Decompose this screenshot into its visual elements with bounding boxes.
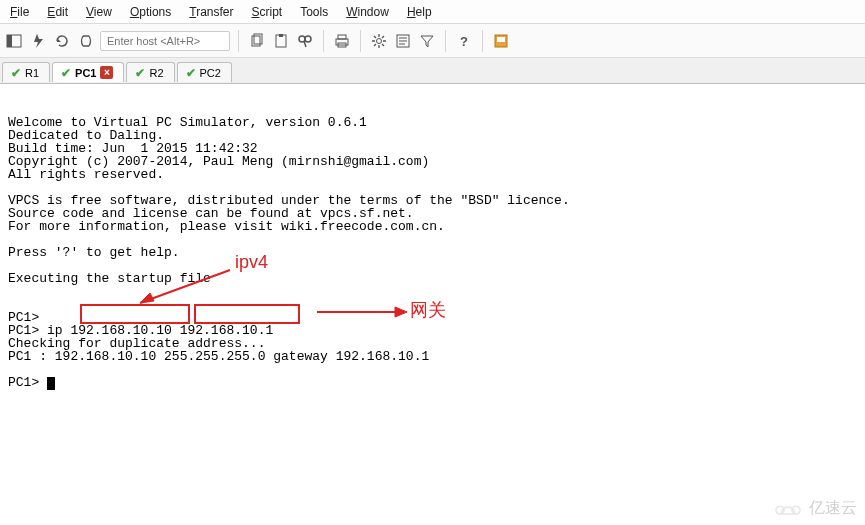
toolbar-separator — [482, 30, 483, 52]
menu-script[interactable]: Script — [252, 5, 283, 19]
check-icon: ✔ — [11, 66, 21, 80]
app-icon[interactable] — [491, 31, 511, 51]
paste-icon[interactable] — [271, 31, 291, 51]
tab-label: R1 — [25, 67, 39, 79]
terminal-line: Press '?' to get help. — [8, 245, 180, 260]
copy-icon[interactable] — [247, 31, 267, 51]
check-icon: ✔ — [135, 66, 145, 80]
svg-text:?: ? — [460, 34, 468, 49]
menu-view[interactable]: View — [86, 5, 112, 19]
svg-marker-21 — [140, 293, 154, 303]
tab-label: PC2 — [200, 67, 221, 79]
print-icon[interactable] — [332, 31, 352, 51]
host-input[interactable] — [100, 31, 230, 51]
settings-icon[interactable] — [369, 31, 389, 51]
svg-rect-1 — [7, 35, 12, 47]
svg-rect-19 — [497, 37, 505, 42]
tab-bar: ✔ R1 ✔ PC1 × ✔ R2 ✔ PC2 — [0, 58, 865, 84]
toolbar: ? — [0, 24, 865, 58]
terminal-prompt: PC1> — [8, 375, 47, 390]
menu-file[interactable]: File — [10, 5, 29, 19]
menu-bar: File Edit View Options Transfer Script T… — [0, 0, 865, 24]
cursor — [47, 377, 55, 390]
terminal[interactable]: Welcome to Virtual PC Simulator, version… — [0, 84, 865, 396]
disconnect-icon[interactable] — [76, 31, 96, 51]
panel-toggle-icon[interactable] — [4, 31, 24, 51]
tab-r1[interactable]: ✔ R1 — [2, 62, 50, 82]
tab-pc1[interactable]: ✔ PC1 × — [52, 62, 124, 82]
svg-rect-5 — [279, 34, 283, 37]
menu-help[interactable]: Help — [407, 5, 432, 19]
quick-connect-icon[interactable] — [28, 31, 48, 51]
properties-icon[interactable] — [393, 31, 413, 51]
toolbar-separator — [445, 30, 446, 52]
menu-edit[interactable]: Edit — [47, 5, 68, 19]
annotation-arrow-ipv4 — [130, 265, 240, 310]
toolbar-separator — [323, 30, 324, 52]
watermark-text: 亿速云 — [809, 498, 857, 519]
menu-transfer[interactable]: Transfer — [189, 5, 233, 19]
tab-pc2[interactable]: ✔ PC2 — [177, 62, 232, 82]
watermark: 亿速云 — [773, 498, 857, 519]
svg-marker-23 — [395, 307, 407, 317]
annotation-label-gateway: 网关 — [410, 298, 446, 322]
menu-options[interactable]: Options — [130, 5, 171, 19]
check-icon: ✔ — [186, 66, 196, 80]
reconnect-icon[interactable] — [52, 31, 72, 51]
toolbar-separator — [360, 30, 361, 52]
tab-label: R2 — [149, 67, 163, 79]
terminal-line: PC1 : 192.168.10.10 255.255.255.0 gatewa… — [8, 349, 429, 364]
menu-tools[interactable]: Tools — [300, 5, 328, 19]
terminal-line: All rights reserved. — [8, 167, 164, 182]
toolbar-separator — [238, 30, 239, 52]
menu-window[interactable]: Window — [346, 5, 389, 19]
tab-label: PC1 — [75, 67, 96, 79]
help-icon[interactable]: ? — [454, 31, 474, 51]
svg-point-12 — [377, 38, 382, 43]
find-icon[interactable] — [295, 31, 315, 51]
svg-line-20 — [140, 270, 230, 303]
svg-point-7 — [305, 36, 311, 42]
check-icon: ✔ — [61, 66, 71, 80]
svg-rect-10 — [338, 35, 346, 39]
filter-icon[interactable] — [417, 31, 437, 51]
terminal-line: For more information, please visit wiki.… — [8, 219, 445, 234]
annotation-arrow-gateway — [312, 305, 407, 319]
tab-r2[interactable]: ✔ R2 — [126, 62, 174, 82]
close-tab-icon[interactable]: × — [100, 66, 113, 79]
